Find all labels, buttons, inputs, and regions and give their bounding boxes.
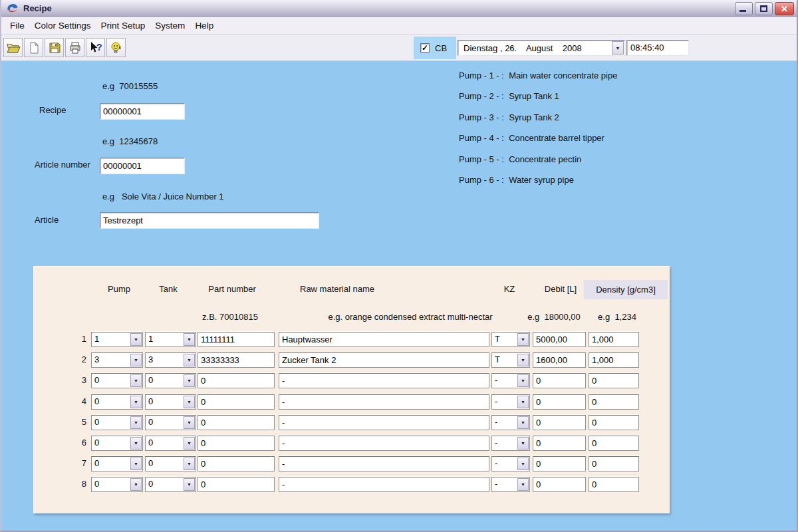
chevron-down-icon[interactable]: ▼ xyxy=(130,374,142,387)
chevron-down-icon[interactable]: ▼ xyxy=(130,416,142,429)
tank-select[interactable]: 3 ▼ xyxy=(145,352,196,368)
kz-select[interactable]: T ▼ xyxy=(491,332,530,347)
chevron-down-icon[interactable]: ▼ xyxy=(184,437,195,450)
density-input[interactable] xyxy=(589,477,639,492)
density-input[interactable] xyxy=(589,352,639,368)
density-input[interactable] xyxy=(589,373,639,388)
new-button[interactable] xyxy=(24,38,43,57)
chevron-down-icon[interactable]: ▼ xyxy=(130,354,142,366)
chevron-down-icon[interactable]: ▼ xyxy=(184,416,195,429)
debit-input[interactable] xyxy=(533,477,586,492)
chevron-down-icon[interactable]: ▼ xyxy=(130,478,142,491)
help-button[interactable]: ? xyxy=(86,38,105,57)
pump-select[interactable]: 0 ▼ xyxy=(91,436,143,451)
tank-select[interactable]: 0 ▼ xyxy=(145,415,196,430)
chevron-down-icon[interactable]: ▼ xyxy=(517,416,529,429)
debit-input[interactable] xyxy=(533,373,586,388)
close-button[interactable]: ✕ xyxy=(775,2,794,15)
pump-select[interactable]: 0 ▼ xyxy=(91,456,143,471)
chevron-down-icon[interactable]: ▼ xyxy=(517,354,529,366)
part-number-input[interactable] xyxy=(198,477,275,492)
density-input[interactable] xyxy=(589,436,639,451)
debit-input[interactable] xyxy=(533,394,586,410)
open-button[interactable] xyxy=(3,38,23,57)
pump-select[interactable]: 0 ▼ xyxy=(91,415,143,430)
part-number-input[interactable] xyxy=(198,456,275,471)
tank-select[interactable]: 1 ▼ xyxy=(145,332,196,347)
maximize-button[interactable] xyxy=(755,2,773,15)
menu-item[interactable]: File xyxy=(9,19,25,32)
save-button[interactable] xyxy=(45,38,64,57)
menu-item[interactable]: Print Setup xyxy=(100,19,146,32)
cb-checkbox[interactable]: ✓ xyxy=(420,43,430,53)
part-number-input[interactable] xyxy=(198,394,275,410)
chevron-down-icon[interactable]: ▼ xyxy=(612,41,624,55)
chevron-down-icon[interactable]: ▼ xyxy=(517,478,529,491)
density-input[interactable] xyxy=(589,332,639,347)
kz-select[interactable]: - ▼ xyxy=(491,477,530,492)
chevron-down-icon[interactable]: ▼ xyxy=(130,333,142,346)
debit-input[interactable] xyxy=(533,352,586,368)
article-input[interactable] xyxy=(100,212,319,229)
chevron-down-icon[interactable]: ▼ xyxy=(184,354,195,366)
debit-input[interactable] xyxy=(533,456,586,471)
raw-material-input[interactable] xyxy=(279,477,489,492)
tank-select[interactable]: 0 ▼ xyxy=(145,436,196,451)
chevron-down-icon[interactable]: ▼ xyxy=(517,458,529,470)
chevron-down-icon[interactable]: ▼ xyxy=(517,374,529,387)
pump-select[interactable]: 0 ▼ xyxy=(91,394,143,410)
chevron-down-icon[interactable]: ▼ xyxy=(130,458,142,470)
recipe-input[interactable] xyxy=(100,103,185,120)
part-number-input[interactable] xyxy=(198,332,275,347)
minimize-button[interactable] xyxy=(735,2,753,15)
chevron-down-icon[interactable]: ▼ xyxy=(184,374,195,387)
kz-select[interactable]: T ▼ xyxy=(491,352,530,368)
kz-select[interactable]: - ▼ xyxy=(491,373,530,388)
tank-select[interactable]: 0 ▼ xyxy=(145,394,196,410)
density-input[interactable] xyxy=(589,415,639,430)
raw-material-input[interactable] xyxy=(279,456,489,471)
kz-select[interactable]: - ▼ xyxy=(491,456,530,471)
raw-material-input[interactable] xyxy=(279,415,489,430)
chevron-down-icon[interactable]: ▼ xyxy=(184,478,195,491)
print-button[interactable] xyxy=(65,38,84,57)
raw-material-input[interactable] xyxy=(279,436,489,451)
menu-item[interactable]: System xyxy=(154,19,186,32)
part-number-input[interactable] xyxy=(198,373,275,388)
chevron-down-icon[interactable]: ▼ xyxy=(517,396,529,408)
part-number-input[interactable] xyxy=(198,352,275,368)
chevron-down-icon[interactable]: ▼ xyxy=(184,396,195,408)
chevron-down-icon[interactable]: ▼ xyxy=(184,333,195,346)
tank-select[interactable]: 0 ▼ xyxy=(145,477,196,492)
date-dropdown[interactable]: Dienstag , 26. August 2008 ▼ xyxy=(458,40,625,56)
menu-item[interactable]: Color Settings xyxy=(34,19,92,32)
pump-select[interactable]: 0 ▼ xyxy=(91,373,143,388)
tips-button[interactable] xyxy=(106,38,126,57)
debit-input[interactable] xyxy=(533,436,586,451)
raw-material-input[interactable] xyxy=(279,373,489,388)
kz-select[interactable]: - ▼ xyxy=(491,436,530,451)
pump-select[interactable]: 0 ▼ xyxy=(91,477,143,492)
chevron-down-icon[interactable]: ▼ xyxy=(517,437,529,450)
chevron-down-icon[interactable]: ▼ xyxy=(184,458,195,470)
part-number-input[interactable] xyxy=(198,415,275,430)
density-input[interactable] xyxy=(589,456,639,471)
menu-item[interactable]: Help xyxy=(194,19,214,32)
raw-material-input[interactable] xyxy=(279,394,489,410)
chevron-down-icon[interactable]: ▼ xyxy=(130,437,142,450)
chevron-down-icon[interactable]: ▼ xyxy=(517,333,529,346)
raw-material-input[interactable] xyxy=(279,332,489,347)
pump-select[interactable]: 3 ▼ xyxy=(91,352,143,368)
debit-input[interactable] xyxy=(533,332,586,347)
tank-select[interactable]: 0 ▼ xyxy=(145,456,196,471)
pump-select[interactable]: 1 ▼ xyxy=(91,332,143,347)
density-input[interactable] xyxy=(589,394,639,410)
tank-select[interactable]: 0 ▼ xyxy=(145,373,196,388)
debit-input[interactable] xyxy=(533,415,586,430)
raw-material-input[interactable] xyxy=(279,352,489,368)
part-number-input[interactable] xyxy=(198,436,275,451)
kz-select[interactable]: - ▼ xyxy=(491,415,530,430)
kz-select[interactable]: - ▼ xyxy=(491,394,530,410)
chevron-down-icon[interactable]: ▼ xyxy=(130,396,142,408)
article-number-input[interactable] xyxy=(100,158,185,174)
